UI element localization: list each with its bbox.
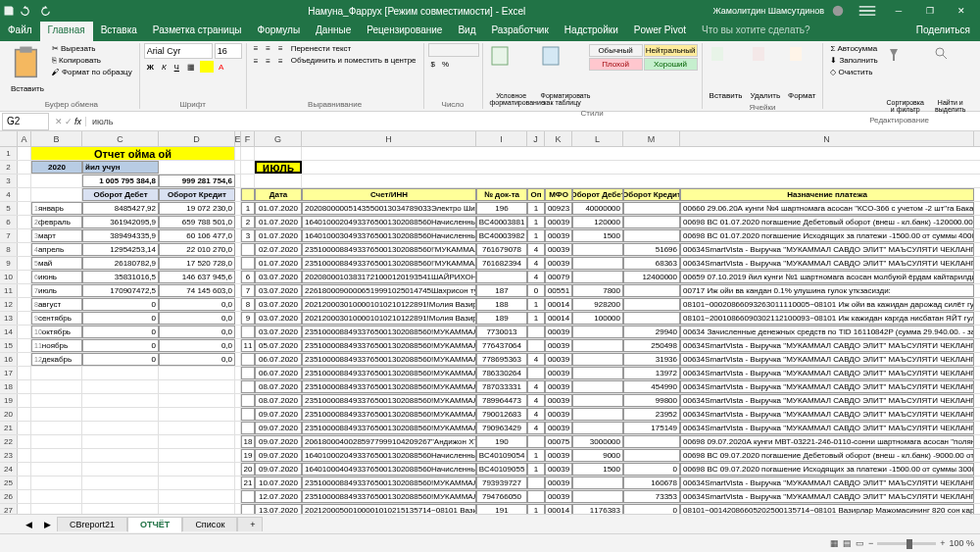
cell[interactable] [18,188,31,201]
row-header[interactable]: 13 [0,312,18,325]
row-header[interactable]: 27 [0,504,18,514]
mfo-cell[interactable]: 00039 [545,490,572,503]
date-cell[interactable]: 03.07.2020 [255,312,302,325]
mfo-cell[interactable]: 00039 [545,243,572,256]
doc-cell[interactable]: 776437064 [476,339,527,352]
account-cell[interactable]: 23510000884933765001302088560!МУКАММАЛ С… [302,394,476,407]
op-cell[interactable] [527,477,545,489]
op-cell[interactable]: 1 [527,216,545,228]
op-cell[interactable]: 4 [527,353,545,366]
header-credit[interactable]: Оборот Кредит [159,188,235,201]
menu-layout[interactable]: Разметка страницы [145,22,250,41]
purpose-cell[interactable]: 00660 29.06.20А кунги №4 шартномага асос… [680,202,974,215]
credit-cell[interactable]: 13972 [623,367,680,379]
col-J[interactable]: J [527,131,545,146]
doc-cell[interactable]: 187 [476,284,527,297]
share-button[interactable]: Поделиться [906,22,980,41]
debit-cell[interactable] [572,477,623,489]
font-size-input[interactable] [215,43,242,59]
mfo-cell[interactable]: 00039 [545,394,572,407]
date-cell[interactable]: 06.07.2020 [255,367,302,379]
op-cell[interactable]: 4 [527,243,545,256]
cell[interactable] [18,284,31,297]
doc-cell[interactable] [476,271,527,283]
row-num[interactable]: 20 [241,463,255,476]
credit-cell[interactable]: 250498 [623,339,680,352]
mfo-cell[interactable]: 00039 [545,408,572,421]
account-cell[interactable]: 2021200030100001010210122891!Молия Вазир… [302,312,476,325]
credit-cell[interactable]: 29940 [623,326,680,338]
cell[interactable] [18,243,31,256]
row-num[interactable] [241,380,255,393]
row-header[interactable]: 16 [0,353,18,366]
debit-cell[interactable]: 40000000 [572,202,623,215]
mfo-cell[interactable]: 00039 [545,422,572,434]
date-cell[interactable]: 01.07.2020 [255,257,302,270]
op-cell[interactable] [527,326,545,338]
cell[interactable] [18,339,31,352]
cell[interactable] [18,463,31,476]
op-cell[interactable]: 1 [527,504,545,514]
col-D[interactable]: D [159,131,235,146]
cell[interactable] [18,257,31,270]
format-painter-button[interactable]: 🖌Формат по образцу [49,67,135,77]
month-cell[interactable]: 4 апрель [31,243,82,256]
credit-cell[interactable] [623,435,680,448]
credit-cell[interactable] [623,216,680,228]
row-header[interactable]: 15 [0,339,18,352]
clear[interactable]: ◇ Очистить [827,67,880,77]
align-top[interactable]: ≡ [251,43,262,54]
row-header[interactable]: 4 [0,188,18,201]
row-header[interactable]: 24 [0,463,18,476]
row-num[interactable] [241,504,255,514]
mfo-cell[interactable]: 00039 [545,353,572,366]
doc-cell[interactable]: 789964473 [476,394,527,407]
purpose-cell[interactable]: 00634 Зачисленные денежных средств по TI… [680,326,974,338]
cell[interactable] [18,271,31,283]
debit-cell[interactable]: 35831016,5 [82,271,159,283]
doc-cell[interactable]: 191 [476,504,527,514]
month-cell[interactable]: 6 июнь [31,271,82,283]
op-cell[interactable]: 1 [527,298,545,311]
cancel-formula[interactable]: ✕ [55,117,63,126]
minimize-button[interactable]: ─ [883,0,914,22]
row-num[interactable]: 11 [241,339,255,352]
row-header[interactable]: 22 [0,435,18,448]
header-debit[interactable]: Оборот Дебет [82,188,159,201]
debit-cell[interactable] [572,367,623,379]
col-M[interactable]: M [623,131,680,146]
debit-cell[interactable]: 120000 [572,216,623,228]
save-icon[interactable] [3,5,15,17]
number-format[interactable] [428,43,479,57]
doc-cell[interactable]: 761682394 [476,257,527,270]
mfo-cell[interactable]: 00014 [545,298,572,311]
menu-ppivot[interactable]: Power Pivot [626,22,694,41]
row-header[interactable]: 3 [0,175,18,187]
debit-cell[interactable]: 100000 [572,312,623,325]
row-header[interactable]: 26 [0,490,18,503]
close-button[interactable]: ✕ [946,0,977,22]
doc-cell[interactable]: 190 [476,435,527,448]
purpose-cell[interactable]: 00698 BC 01.07.2020 погашение Дебетовый … [680,216,974,228]
cell[interactable] [18,380,31,393]
debit-cell[interactable]: 1500 [572,463,623,476]
cell[interactable] [18,147,31,160]
credit-cell[interactable]: 0,0 [159,298,235,311]
row-header[interactable]: 8 [0,243,18,256]
col-A[interactable]: A [18,131,31,146]
op-cell[interactable]: 4 [527,422,545,434]
debit-cell[interactable] [572,257,623,270]
date-cell[interactable]: 13.07.2020 [255,504,302,514]
row-num[interactable] [241,367,255,379]
op-cell[interactable] [527,339,545,352]
date-cell[interactable]: 01.07.2020 [255,216,302,228]
row-num[interactable] [241,422,255,434]
purpose-cell[interactable]: 00698 BC 09.07.2020 погашение Дебетовый … [680,449,974,462]
account-cell[interactable]: 16401000204933765001302088560Начисленные… [302,449,476,462]
underline-button[interactable]: Ч [172,61,182,73]
row-num[interactable]: 18 [241,435,255,448]
account-cell[interactable]: 23510000884933765001302088560!МУКАММАЛ С… [302,339,476,352]
row-num[interactable] [241,394,255,407]
mfo-cell[interactable]: 00923 [545,202,572,215]
debit-cell[interactable] [572,339,623,352]
